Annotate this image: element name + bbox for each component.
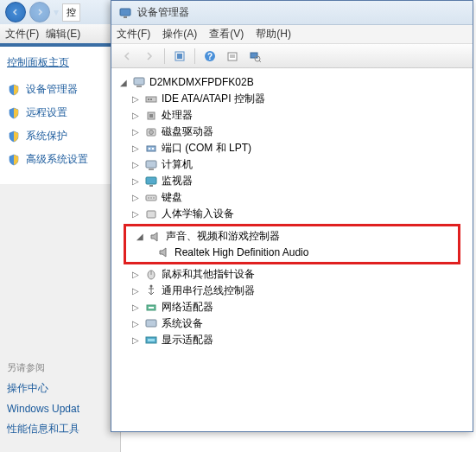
expand-icon[interactable]: ▷ [130, 94, 141, 105]
expand-icon[interactable]: ▷ [130, 319, 141, 329]
tree-node-ide[interactable]: ▷ IDE ATA/ATAPI 控制器 [127, 91, 469, 107]
svg-point-15 [148, 99, 149, 100]
tree-label: 鼠标和其他指针设备 [162, 267, 255, 282]
menu-action[interactable]: 操作(A) [162, 27, 197, 41]
expand-icon[interactable]: ▷ [130, 111, 141, 121]
sidebar-item-remote[interactable]: 远程设置 [7, 105, 113, 120]
tree-label: 通用串行总线控制器 [162, 283, 255, 298]
speaker-icon [157, 245, 171, 259]
shield-icon [7, 130, 21, 143]
toolbar-back-button[interactable] [117, 47, 137, 66]
svg-point-16 [150, 99, 152, 100]
menu-file[interactable]: 文件(F) [117, 27, 150, 41]
disk-icon [144, 125, 158, 139]
system-icon [144, 317, 158, 331]
expand-icon[interactable]: ▷ [130, 209, 141, 220]
sidebar-item-label: 远程设置 [26, 105, 67, 120]
tree-node-monitor[interactable]: ▷ 监视器 [127, 173, 469, 189]
tree-label: 人体学输入设备 [162, 207, 234, 221]
collapse-icon[interactable]: ◢ [118, 77, 129, 87]
svg-rect-12 [134, 78, 144, 85]
toolbar-properties-button[interactable] [222, 47, 243, 66]
tree-node-sound[interactable]: ◢ 声音、视频和游戏控制器 [131, 228, 456, 245]
usb-icon [144, 284, 158, 298]
expand-icon[interactable]: ▷ [130, 176, 141, 187]
expand-icon[interactable]: ▷ [130, 270, 141, 280]
tree-label: 网络适配器 [162, 300, 213, 315]
tree-label: 系统设备 [162, 316, 203, 331]
tree-label: 磁盘驱动器 [162, 124, 213, 139]
svg-line-11 [259, 60, 261, 62]
tree-root[interactable]: ◢ D2MKDMXFPDFK02B [115, 73, 469, 91]
tree-node-cpu[interactable]: ▷ 处理器 [127, 107, 469, 124]
link-action-center[interactable]: 操作中心 [7, 381, 113, 396]
tree-label: 处理器 [162, 108, 193, 123]
expand-icon[interactable]: ▷ [130, 127, 141, 137]
tree-label: 显示适配器 [162, 333, 213, 347]
back-titlebar: ▾ 控 [0, 0, 120, 24]
toolbar-forward-button[interactable] [139, 47, 160, 66]
tree-label: 端口 (COM 和 LPT) [162, 141, 251, 156]
toolbar-show-hidden-button[interactable] [169, 47, 190, 66]
expand-icon[interactable]: ▷ [130, 193, 141, 203]
toolbar-separator [194, 48, 195, 64]
expand-icon[interactable]: ▷ [130, 143, 141, 154]
nav-dropdown-icon[interactable]: ▾ [54, 6, 59, 18]
shield-icon [7, 83, 21, 97]
control-panel-sidebar: 控制面板主页 设备管理器 远程设置 系统保护 高级系统设置 [0, 47, 120, 184]
tree-node-computer[interactable]: ▷ 计算机 [127, 156, 469, 173]
breadcrumb[interactable]: 控 [62, 3, 80, 22]
menu-file[interactable]: 文件(F) [5, 27, 39, 41]
sidebar-item-advanced[interactable]: 高级系统设置 [7, 152, 113, 167]
see-also-section: 另请参阅 操作中心 Windows Updat 性能信息和工具 [7, 361, 113, 443]
sidebar-item-protection[interactable]: 系统保护 [7, 129, 113, 143]
svg-rect-18 [149, 114, 153, 118]
tree-root-label: D2MKDMXFPDFK02B [149, 76, 254, 88]
shield-icon [7, 153, 21, 167]
svg-point-31 [153, 197, 154, 198]
svg-rect-40 [148, 339, 155, 341]
menu-edit[interactable]: 编辑(E) [46, 27, 80, 41]
expand-icon[interactable]: ▷ [130, 302, 141, 313]
tree-node-network[interactable]: ▷ 网络适配器 [127, 299, 469, 315]
nav-back-button[interactable] [5, 2, 26, 22]
menu-help[interactable]: 帮助(H) [256, 27, 291, 41]
computer-icon [132, 75, 146, 89]
tree-node-system[interactable]: ▷ 系统设备 [127, 315, 469, 332]
cpu-icon [144, 109, 158, 123]
nav-forward-button[interactable] [29, 2, 50, 22]
device-tree[interactable]: ◢ D2MKDMXFPDFK02B ▷ IDE ATA/ATAPI 控制器 ▷ … [111, 68, 473, 431]
network-icon [144, 301, 158, 315]
tree-node-keyboard[interactable]: ▷ 键盘 [127, 189, 469, 206]
link-windows-update[interactable]: Windows Updat [7, 403, 113, 415]
window-title: 设备管理器 [137, 5, 189, 20]
toolbar-help-button[interactable]: ? [200, 47, 220, 66]
svg-rect-0 [120, 9, 130, 16]
svg-rect-23 [152, 148, 154, 150]
tree-node-mouse[interactable]: ▷ 鼠标和其他指针设备 [127, 266, 469, 283]
device-manager-window: 设备管理器 文件(F) 操作(A) 查看(V) 帮助(H) ? ◢ [111, 0, 473, 432]
tree-node-ports[interactable]: ▷ 端口 (COM 和 LPT) [127, 140, 469, 156]
toolbar-scan-button[interactable] [244, 47, 265, 66]
collapse-icon[interactable]: ◢ [135, 232, 145, 242]
tree-node-hid[interactable]: ▷ 人体学输入设备 [127, 206, 469, 222]
sidebar-item-device-manager[interactable]: 设备管理器 [7, 82, 113, 97]
control-panel-window: ▾ 控 文件(F) 编辑(E) 控制面板主页 设备管理器 远程设置 系统保护 [0, 0, 121, 452]
mouse-icon [144, 268, 158, 282]
svg-point-35 [150, 284, 153, 287]
svg-rect-21 [147, 146, 155, 151]
menu-view[interactable]: 查看(V) [209, 27, 244, 41]
tree-node-disk[interactable]: ▷ 磁盘驱动器 [127, 124, 469, 140]
tree-node-display[interactable]: ▷ 显示适配器 [127, 332, 469, 348]
tree-child-realtek[interactable]: Realtek High Definition Audio [154, 245, 456, 260]
expand-icon[interactable]: ▷ [130, 335, 141, 346]
computer-icon [144, 158, 158, 172]
display-adapter-icon [144, 334, 158, 347]
expand-icon[interactable]: ▷ [130, 160, 141, 170]
svg-rect-25 [149, 169, 154, 170]
expand-icon[interactable]: ▷ [130, 286, 141, 296]
cp-home-link[interactable]: 控制面板主页 [7, 55, 113, 70]
tree-label: 监视器 [162, 174, 193, 188]
tree-node-usb[interactable]: ▷ 通用串行总线控制器 [127, 283, 469, 299]
link-performance[interactable]: 性能信息和工具 [7, 422, 113, 436]
